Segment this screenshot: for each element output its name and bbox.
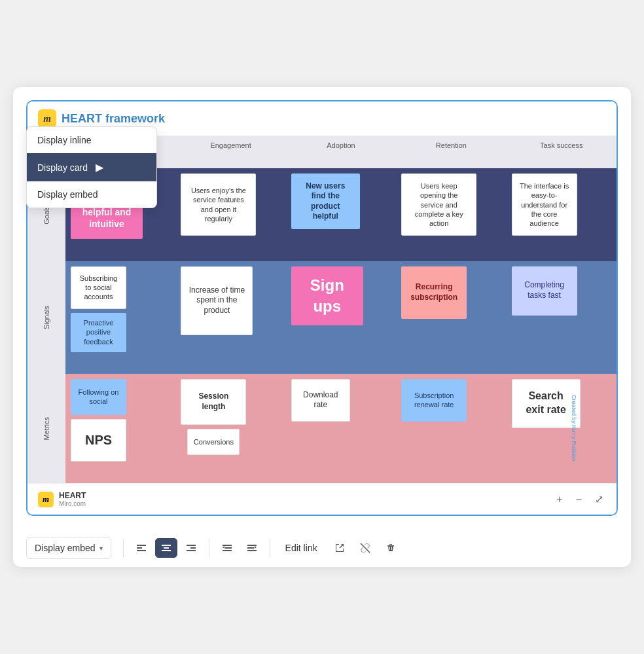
svg-rect-14 (247, 550, 257, 551)
footer-controls[interactable]: + − ⤢ (554, 490, 606, 508)
note-metrics-task: Search exit rate (512, 379, 581, 428)
footer-url-label: Miro.com (59, 500, 86, 507)
svg-rect-6 (187, 545, 196, 546)
trash-icon (385, 543, 396, 553)
signals-retention-cell: Recurring subscription (396, 261, 506, 374)
note-metrics-engagement2: Conversions (187, 429, 240, 455)
goals-retention-cell: Users keep opening the service and compl… (396, 168, 506, 261)
align-right-button[interactable] (180, 538, 202, 558)
note-goals-task: The interface is easy-to-understand for … (512, 173, 577, 236)
dropdown-item-embed[interactable]: Display embed (27, 181, 156, 208)
watermark-text: Created by Kerry Rodden (571, 395, 577, 462)
col-header-task-success: Task success (507, 136, 617, 168)
metrics-happiness-cell: Following on social NPS (65, 374, 175, 483)
svg-rect-1 (137, 547, 142, 549)
col-header-engagement: Engagement (175, 136, 285, 168)
edit-link-button[interactable]: Edit link (277, 538, 326, 558)
align-right-icon (186, 543, 196, 553)
note-metrics-happiness1: Following on social (71, 379, 126, 415)
open-external-button[interactable] (329, 538, 351, 558)
col-header-adoption: Adoption (286, 136, 396, 168)
note-signals-happiness1: Subscribing to social accounts (71, 266, 126, 309)
svg-rect-8 (187, 550, 196, 551)
delete-button[interactable] (380, 538, 402, 558)
note-metrics-adoption: Download rate (291, 379, 350, 422)
align-center-button[interactable] (155, 538, 177, 558)
indent-left-button[interactable] (216, 538, 238, 558)
dropdown-item-card[interactable]: Display card ▶ (27, 153, 156, 181)
goals-engagement-cell: Users enjoy's the service features and o… (175, 168, 285, 261)
chevron-down-icon: ▾ (99, 545, 103, 552)
metrics-task-cell: Search exit rate Created by Kerry Rodden (507, 374, 617, 483)
open-external-icon (334, 543, 345, 553)
svg-rect-11 (223, 550, 232, 551)
indent-right-button[interactable] (241, 538, 263, 558)
main-container: m HEART framework Happiness Engagement A… (13, 87, 631, 567)
align-center-icon (161, 543, 171, 553)
svg-rect-16 (387, 545, 394, 547)
svg-rect-0 (137, 545, 146, 546)
note-metrics-engagement1: Session length (181, 379, 246, 425)
fullscreen-button[interactable]: ⤢ (592, 490, 606, 508)
svg-rect-9 (223, 545, 232, 546)
note-signals-task: Completing tasks fast (512, 266, 577, 316)
svg-rect-2 (137, 550, 146, 551)
svg-rect-5 (162, 550, 171, 551)
metrics-adoption-cell: Download rate (286, 374, 396, 483)
frame-title: HEART framework (62, 112, 165, 126)
indent-right-icon (247, 543, 257, 553)
footer-miro-logo-icon: m (38, 492, 54, 507)
display-dropdown-label: Display embed (35, 543, 96, 553)
note-goals-retention: Users keep opening the service and compl… (401, 173, 476, 236)
svg-rect-12 (247, 545, 257, 546)
metrics-retention-cell: Subscription renewal rate (396, 374, 506, 483)
indent-left-icon (222, 543, 232, 553)
signals-happiness-cell: Subscribing to social accounts Proactive… (65, 261, 175, 374)
cursor-icon: ▶ (96, 162, 103, 173)
unlink-button[interactable] (353, 537, 377, 558)
svg-rect-10 (225, 547, 232, 549)
miro-logo-icon: m (38, 109, 56, 128)
display-dropdown-menu: Display inline Display card ▶ Display em… (26, 126, 157, 208)
svg-rect-13 (247, 547, 254, 549)
metrics-engagement-cell: Session length Conversions (175, 374, 285, 483)
align-left-button[interactable] (130, 538, 152, 558)
note-signals-retention: Recurring subscription (401, 266, 467, 319)
note-signals-engagement: Increase of time spent in the product (181, 266, 253, 335)
footer-brand-label: HEART (59, 491, 86, 500)
row-label-metrics: Metrics (27, 374, 65, 483)
toolbar-separator-2 (209, 539, 209, 557)
display-dropdown[interactable]: Display embed ▾ (26, 537, 111, 559)
zoom-out-button[interactable]: − (573, 491, 584, 508)
goals-task-cell: The interface is easy-to-understand for … (507, 168, 617, 261)
signals-task-cell: Completing tasks fast (507, 261, 617, 374)
zoom-in-button[interactable]: + (554, 491, 565, 508)
footer-text-block: HEART Miro.com (59, 491, 86, 507)
col-header-retention: Retention (396, 136, 506, 168)
row-label-signals: Signals (27, 261, 65, 374)
note-goals-engagement: Users enjoy's the service features and o… (181, 173, 256, 236)
footer-branding: m HEART Miro.com (38, 491, 86, 507)
toolbar-separator-3 (270, 539, 270, 557)
signals-engagement-cell: Increase of time spent in the product (175, 261, 285, 374)
toolbar-separator-1 (123, 539, 124, 557)
note-signals-adoption: Sign ups (291, 266, 363, 325)
svg-rect-3 (162, 545, 171, 546)
note-signals-happiness2: Proactive positive feedback (71, 313, 126, 352)
dropdown-item-inline[interactable]: Display inline (27, 127, 156, 153)
svg-rect-4 (164, 547, 169, 549)
toolbar: Display embed ▾ (13, 529, 631, 567)
goals-adoption-cell: New users find the product helpful (286, 168, 396, 261)
note-metrics-retention: Subscription renewal rate (401, 379, 467, 422)
align-left-icon (136, 543, 147, 553)
note-goals-adoption: New users find the product helpful (291, 173, 360, 229)
signals-adoption-cell: Sign ups (286, 261, 396, 374)
board-footer: m HEART Miro.com + − ⤢ (27, 483, 617, 515)
unlink-icon (359, 542, 371, 554)
note-metrics-happiness2: NPS (71, 419, 126, 462)
svg-rect-7 (190, 547, 196, 549)
